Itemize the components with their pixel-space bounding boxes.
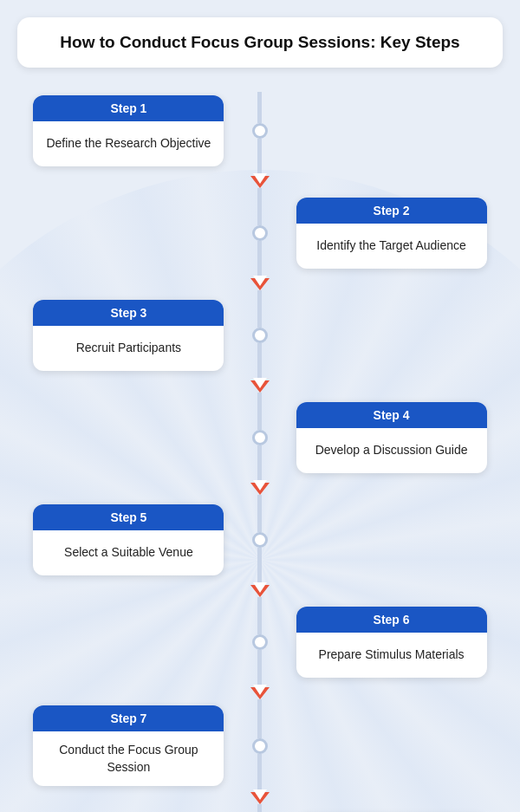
step-card-3: Step 3Recruit Participants <box>33 300 224 371</box>
connector-circle-3 <box>252 328 268 343</box>
step-header-3: Step 3 <box>33 300 224 326</box>
arrow-down-icon-6 <box>250 687 270 699</box>
step-body-5: Select a Suitable Venue <box>33 530 224 575</box>
arrow-down-icon-2 <box>250 278 270 290</box>
steps-wrapper: Step 1Define the Research ObjectiveStep … <box>17 92 503 812</box>
step-body-2: Identify the Target Audience <box>296 224 487 269</box>
connector-circle-2 <box>252 225 268 241</box>
step-row-2: Step 2Identify the Target Audience <box>17 194 503 272</box>
arrow-down-icon-4 <box>250 483 270 495</box>
step-card-1: Step 1Define the Research Objective <box>33 95 224 166</box>
steps-container: Step 1Define the Research ObjectiveStep … <box>17 92 503 812</box>
arrow-row-after-2 <box>17 272 503 296</box>
step-header-7: Step 7 <box>33 705 224 731</box>
step-row-7: Step 7Conduct the Focus Group Session <box>17 705 503 786</box>
step-body-1: Define the Research Objective <box>33 121 224 166</box>
connector-circle-1 <box>252 123 268 139</box>
arrow-row-after-6 <box>17 681 503 705</box>
step-row-5: Step 5Select a Suitable Venue <box>17 501 503 579</box>
connector-circle-5 <box>252 532 268 548</box>
arrow-row-after-7 <box>17 786 503 810</box>
title-box: How to Conduct Focus Group Sessions: Key… <box>17 17 503 68</box>
step-body-4: Develop a Discussion Guide <box>296 428 487 473</box>
step-row-4: Step 4Develop a Discussion Guide <box>17 399 503 477</box>
step-header-1: Step 1 <box>33 95 224 121</box>
arrow-down-icon-5 <box>250 585 270 597</box>
step-header-5: Step 5 <box>33 504 224 530</box>
arrow-row-after-3 <box>17 374 503 399</box>
step-row-3: Step 3Recruit Participants <box>17 296 503 374</box>
step-body-3: Recruit Participants <box>33 326 224 371</box>
connector-circle-7 <box>252 738 268 754</box>
arrow-row-after-5 <box>17 579 503 603</box>
step-card-4: Step 4Develop a Discussion Guide <box>296 402 487 473</box>
arrow-row-after-4 <box>17 477 503 501</box>
arrow-down-icon-3 <box>250 380 270 393</box>
step-card-6: Step 6Prepare Stimulus Materials <box>296 607 487 678</box>
arrow-row-after-1 <box>17 170 503 194</box>
step-row-1: Step 1Define the Research Objective <box>17 92 503 170</box>
main-content: How to Conduct Focus Group Sessions: Key… <box>0 0 520 812</box>
step-header-2: Step 2 <box>296 198 487 224</box>
arrow-down-icon-7 <box>250 792 270 804</box>
page-title: How to Conduct Focus Group Sessions: Key… <box>60 33 459 51</box>
step-body-7: Conduct the Focus Group Session <box>33 731 224 786</box>
step-header-6: Step 6 <box>296 607 487 633</box>
connector-circle-6 <box>252 634 268 650</box>
step-header-4: Step 4 <box>296 402 487 428</box>
connector-circle-4 <box>252 430 268 445</box>
step-row-6: Step 6Prepare Stimulus Materials <box>17 603 503 681</box>
step-card-7: Step 7Conduct the Focus Group Session <box>33 705 224 786</box>
arrow-down-icon-1 <box>250 176 270 188</box>
step-card-5: Step 5Select a Suitable Venue <box>33 504 224 575</box>
step-body-6: Prepare Stimulus Materials <box>296 633 487 678</box>
step-card-2: Step 2Identify the Target Audience <box>296 198 487 269</box>
